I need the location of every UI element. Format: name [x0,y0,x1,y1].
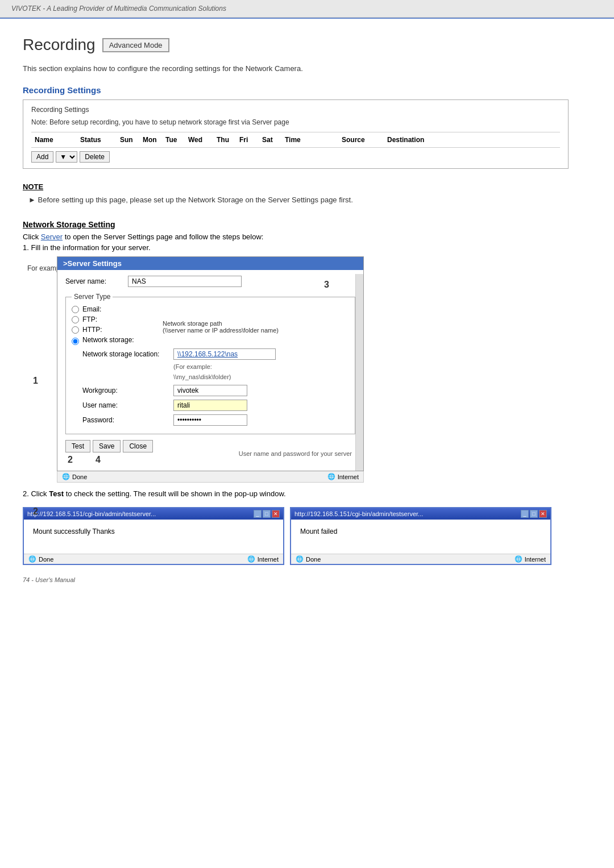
success-popup-titlebar: http://192.168.5.151/cgi-bin/admin/tests… [24,508,283,520]
note-label: NOTE [23,182,591,191]
server-link[interactable]: Server [41,232,63,241]
server-panel-statusbar: 🌐 Done 🌐 Internet [57,471,364,483]
network-path-callout: Network storage path (\\server name or I… [163,320,279,334]
add-button[interactable]: Add [31,151,53,163]
col-tue: Tue [162,135,185,145]
server-status-done: 🌐 Done [62,473,87,480]
table-header: Name Status Sun Mon Tue Wed Thu Fri Sat … [31,132,560,148]
radio-email-row: Email: [72,305,349,313]
main-content: Recording Advanced Mode This section exp… [0,19,614,600]
note-bullet: ► Before setting up this page, please se… [23,196,591,204]
success-popup-body: Mount successfully Thanks [24,520,283,554]
page-title: Recording [23,36,96,54]
page-title-row: Recording Advanced Mode [23,36,591,54]
col-sat: Sat [259,135,281,145]
box-title: Recording Settings [31,106,560,114]
username-callout: User name and password for your server [239,450,352,457]
test-button[interactable]: Test [65,440,90,452]
step2-text: 2. Click Test to check the setting. The … [23,489,591,498]
scrollbar[interactable] [355,274,363,471]
annotation-2: 2 [33,506,38,517]
success-popup-buttons: _ □ ✕ [254,510,280,518]
example-label: (For example: [173,363,349,370]
server-name-row: Server name: [65,276,355,287]
delete-button[interactable]: Delete [80,151,110,163]
server-type-fieldset: Server Type Email: FTP: [65,293,355,434]
close-button[interactable]: Close [123,440,153,452]
fail-popup: http://192.168.5.151/cgi-bin/admin/tests… [290,507,551,565]
col-fri: Fri [236,135,259,145]
minimize-button[interactable]: _ [254,510,262,518]
network-storage-line2: 1. Fill in the information for your serv… [23,243,591,252]
fail-popup-title: http://192.168.5.151/cgi-bin/admin/tests… [294,510,521,517]
username-input[interactable] [173,400,247,411]
storage-location-label: Network storage location: [82,350,173,358]
workgroup-label: Workgroup: [82,387,173,394]
network-storage-row: Network storage: Network storage locatio… [72,336,349,429]
restore-button[interactable]: □ [263,510,271,518]
storage-location-input[interactable] [173,348,276,360]
server-panel-body: 3 Server name: Server Type Email: [57,270,363,471]
network-storage-section: Network Storage Setting Click Server to … [23,220,591,565]
storage-location-row: Network storage location: [82,348,349,360]
radio-network-storage[interactable] [72,338,79,345]
server-name-input[interactable] [128,276,242,287]
radio-email[interactable] [72,306,79,313]
username-label: User name: [82,401,173,409]
fail-minimize-button[interactable]: _ [521,510,529,518]
col-dest: Destination [384,135,441,145]
annotation-2b: 2 [68,455,73,465]
fail-restore-button[interactable]: □ [530,510,538,518]
success-popup-title: http://192.168.5.151/cgi-bin/admin/tests… [27,510,254,517]
success-message: Mount successfully Thanks [33,528,115,535]
server-type-legend: Server Type [72,293,113,301]
col-name: Name [31,135,77,145]
fail-popup-body: Mount failed [291,520,550,554]
workgroup-input[interactable] [173,385,247,396]
success-popup-statusbar: 🌐 Done 🌐 Internet [24,554,283,564]
fail-popup-statusbar: 🌐 Done 🌐 Internet [291,554,550,564]
fail-popup-titlebar: http://192.168.5.151/cgi-bin/admin/tests… [291,508,550,520]
fail-internet: 🌐 Internet [515,555,546,563]
annotation-3: 3 [324,280,329,290]
password-input[interactable] [173,414,247,426]
header-bar: VIVOTEK - A Leading Provider of Multimed… [0,0,614,18]
annotation-1: 1 [33,376,38,386]
server-settings-panel: >Server Settings 3 Server name: Server T… [57,256,364,471]
close-icon[interactable]: ✕ [272,510,280,518]
popup-row: http://192.168.5.151/cgi-bin/admin/tests… [23,507,591,565]
password-label: Password: [82,416,173,424]
network-storage-line1: Click Server to open the Server Settings… [23,232,591,241]
radio-ftp[interactable] [72,316,79,323]
network-storage-details: Network storage: Network storage locatio… [82,336,349,429]
success-internet: 🌐 Internet [247,555,279,563]
recording-settings-box: Recording Settings Note: Before setup re… [23,99,569,169]
recording-note: Note: Before setup recording, you have t… [31,118,560,126]
intro-text: This section explains how to configure t… [23,64,591,73]
step2-rest: to check the setting. The result will be… [66,489,286,498]
example-path: \\my_nas\disk\folder) [173,373,349,380]
page-footer: 74 - User's Manual [23,576,591,583]
annotation-4: 4 [96,455,101,465]
workgroup-row: Workgroup: [82,385,349,396]
radio-http-label: HTTP: [82,326,102,334]
success-done: 🌐 Done [28,555,53,563]
recording-settings-title: Recording Settings [23,85,591,95]
col-time: Time [281,135,338,145]
fail-popup-buttons: _ □ ✕ [521,510,547,518]
save-button[interactable]: Save [93,440,121,452]
test-bold: Test [49,489,64,498]
note-section: NOTE ► Before setting up this page, plea… [23,182,591,204]
add-select[interactable]: ▼ [56,151,77,163]
success-popup: http://192.168.5.151/cgi-bin/admin/tests… [23,507,284,565]
advanced-mode-button[interactable]: Advanced Mode [102,38,169,52]
username-row: User name: [82,400,349,411]
col-wed: Wed [185,135,213,145]
fail-close-icon[interactable]: ✕ [539,510,547,518]
radio-http[interactable] [72,326,79,334]
company-name: VIVOTEK - A Leading Provider of Multimed… [11,5,226,13]
server-status-internet: 🌐 Internet [327,473,359,480]
fail-message: Mount failed [300,528,337,535]
radio-ftp-label: FTP: [82,315,97,323]
col-source: Source [338,135,384,145]
